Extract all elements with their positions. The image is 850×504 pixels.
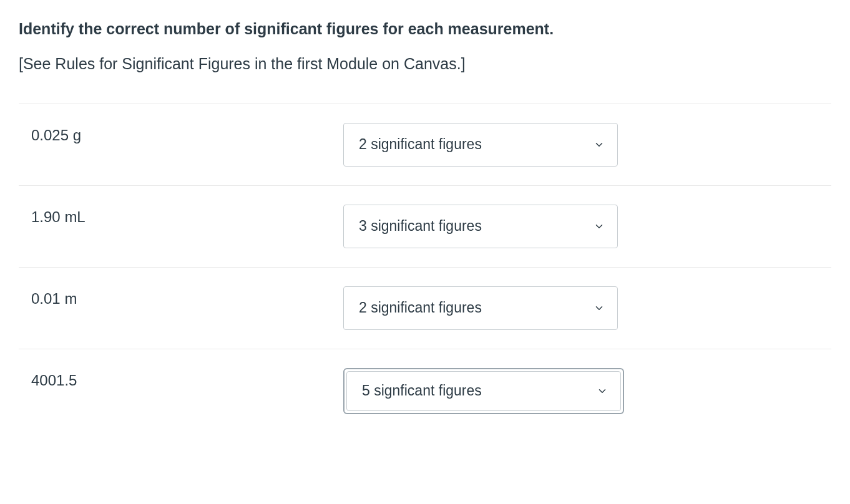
answer-select[interactable]: 3 significant figures xyxy=(343,205,618,248)
answer-select-value: 2 significant figures xyxy=(359,299,482,316)
answer-select-value: 5 signficant figures xyxy=(362,382,482,399)
chevron-down-icon xyxy=(594,221,605,232)
answer-select[interactable]: 2 significant figures xyxy=(343,286,618,330)
question-row: 1.90 mL 3 significant figures xyxy=(19,185,831,267)
answer-select-wrap: 5 signficant figures xyxy=(343,368,624,414)
answer-select-wrap: 2 significant figures xyxy=(343,286,618,330)
measurement-label: 0.025 g xyxy=(31,123,343,144)
answer-select[interactable]: 2 significant figures xyxy=(343,123,618,167)
chevron-down-icon xyxy=(597,385,608,397)
answer-select-value: 3 significant figures xyxy=(359,218,482,235)
measurement-label: 0.01 m xyxy=(31,286,343,308)
question-prompt-subtext: [See Rules for Significant Figures in th… xyxy=(19,54,831,75)
measurement-label: 4001.5 xyxy=(31,368,343,389)
chevron-down-icon xyxy=(594,139,605,150)
answer-select-wrap: 3 significant figures xyxy=(343,205,618,248)
question-row: 0.025 g 2 significant figures xyxy=(19,104,831,185)
question-row: 4001.5 5 signficant figures xyxy=(19,349,831,420)
answer-select[interactable]: 5 signficant figures xyxy=(346,371,621,411)
question-row: 0.01 m 2 significant figures xyxy=(19,267,831,349)
answer-select-value: 2 significant figures xyxy=(359,136,482,153)
question-prompt-title: Identify the correct number of significa… xyxy=(19,19,831,40)
answer-select-wrap: 2 significant figures xyxy=(343,123,618,167)
chevron-down-icon xyxy=(594,303,605,314)
measurement-label: 1.90 mL xyxy=(31,205,343,226)
question-container: Identify the correct number of significa… xyxy=(19,19,831,420)
